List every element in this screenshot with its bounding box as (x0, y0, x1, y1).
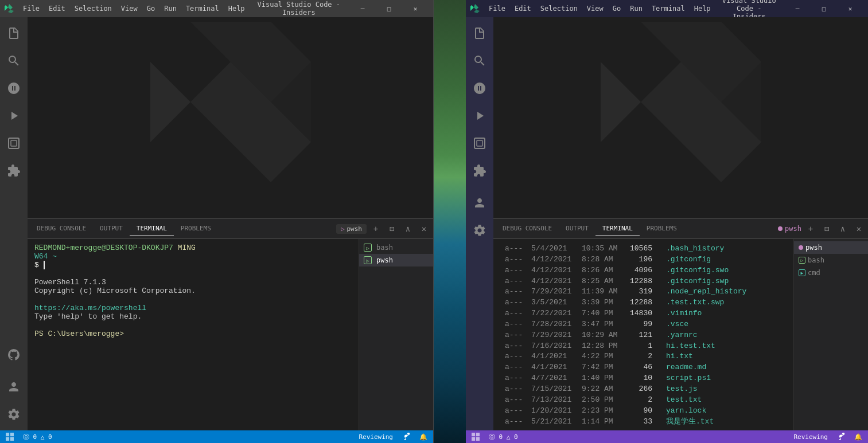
file-name: hi.txt (666, 351, 693, 362)
right-status-remote[interactable] (469, 433, 482, 441)
menu-edit[interactable]: Edit (45, 3, 69, 14)
svg-rect-0 (9, 138, 19, 148)
menu-selection[interactable]: Selection (71, 3, 115, 14)
left-shell-pwsh[interactable]: ▷ pwsh (359, 254, 433, 266)
left-tab-problems[interactable]: PROBLEMS (174, 221, 218, 236)
left-activity-github-icon[interactable] (0, 341, 28, 368)
left-terminal-content[interactable]: REDMOND+merogge@DESKTOP-DKOKJP7 MING W64… (28, 239, 359, 430)
right-terminal-body: a---5/4/202110:35 AM10565 .bash_historya… (493, 239, 868, 430)
right-tab-debug-console[interactable]: DEBUG CONSOLE (496, 221, 559, 236)
right-menu-go[interactable]: Go (609, 3, 624, 14)
right-activity-account-icon[interactable] (466, 189, 493, 217)
file-time: 3:39 PM (582, 297, 619, 308)
right-pwsh-label: pwsh (785, 225, 801, 233)
left-terminal-w64-line: W64 ~ (34, 252, 352, 261)
file-time: 8:26 AM (582, 265, 619, 276)
left-close-button[interactable]: ✕ (402, 0, 429, 17)
right-tab-problems[interactable]: PROBLEMS (640, 221, 684, 236)
right-activity-settings-icon[interactable] (466, 217, 493, 244)
left-tab-terminal[interactable]: TERMINAL (130, 221, 174, 236)
right-status-bell-icon[interactable]: 🔔 (852, 433, 865, 441)
left-terminal-prompt-line: REDMOND+merogge@DESKTOP-DKOKJP7 MING (34, 244, 352, 252)
left-status-remote[interactable] (3, 433, 16, 441)
right-activity-git-icon[interactable] (466, 75, 493, 102)
left-panel-close-button[interactable]: ✕ (417, 222, 431, 236)
left-activity-git-icon[interactable] (0, 75, 28, 102)
file-name: .bash_history (666, 244, 724, 254)
left-tab-output[interactable]: OUTPUT (93, 221, 130, 236)
left-shell-bash[interactable]: ▷ bash (359, 241, 433, 254)
left-activity-remote-icon[interactable] (0, 130, 28, 157)
file-attr: a--- (505, 287, 527, 297)
right-status-errors[interactable]: ⓪ 0 △ 0 (486, 433, 520, 441)
right-menu-help[interactable]: Help (691, 3, 714, 14)
right-menu-selection[interactable]: Selection (537, 3, 581, 14)
right-activity-bar (466, 17, 493, 430)
left-maximize-button[interactable]: □ (376, 0, 402, 17)
right-activity-search-icon[interactable] (466, 47, 493, 75)
menu-run[interactable]: Run (161, 3, 180, 14)
file-time: 10:35 AM (582, 244, 619, 254)
left-terminal-link[interactable]: https://aka.ms/powershell (34, 304, 146, 312)
left-activity-extensions-icon[interactable] (0, 157, 28, 185)
right-shell-cmd[interactable]: ▶ cmd (794, 266, 868, 279)
menu-file[interactable]: File (20, 3, 43, 14)
right-activity-extensions-icon[interactable] (466, 157, 493, 185)
right-menu-file[interactable]: File (485, 3, 509, 14)
menu-go[interactable]: Go (143, 3, 158, 14)
right-activity-files-icon[interactable] (466, 19, 493, 47)
right-minimize-button[interactable]: ─ (784, 0, 811, 17)
file-time: 8:28 AM (582, 254, 619, 265)
left-status-branch-icon[interactable] (400, 433, 412, 441)
left-new-terminal-button[interactable]: + (369, 222, 383, 236)
right-menu-view[interactable]: View (583, 3, 607, 14)
right-tab-output[interactable]: OUTPUT (559, 221, 595, 236)
right-menu-terminal[interactable]: Terminal (648, 3, 688, 14)
right-menu-edit[interactable]: Edit (511, 3, 535, 14)
file-name: test.js (666, 384, 698, 395)
right-tab-terminal[interactable]: TERMINAL (595, 221, 640, 236)
left-activity-files-icon[interactable] (0, 19, 28, 47)
left-terminal-info-line-1: PowerShell 7.1.3 (34, 278, 352, 287)
file-attr: a--- (505, 265, 527, 276)
file-name: script.ps1 (666, 373, 711, 384)
right-menu-run[interactable]: Run (626, 3, 646, 14)
left-status-errors[interactable]: ⓪ 0 △ 0 (21, 433, 55, 441)
right-split-terminal-button[interactable]: ⊟ (820, 222, 834, 236)
left-activity-run-icon[interactable] (0, 102, 28, 130)
right-window-controls: ─ □ ✕ (784, 0, 863, 17)
right-status-git-icon[interactable] (835, 433, 847, 441)
file-name: .node_repl_history (666, 287, 746, 297)
menu-view[interactable]: View (118, 3, 141, 14)
right-maximize-button[interactable]: □ (811, 0, 837, 17)
file-name: .test.txt.swp (666, 297, 724, 308)
left-status-bell-icon[interactable]: 🔔 (417, 433, 430, 441)
right-shell-bash[interactable]: ▷ bash (794, 254, 868, 266)
right-panel-maximize-button[interactable]: ∧ (836, 222, 850, 236)
right-close-button[interactable]: ✕ (837, 0, 863, 17)
left-tab-debug-console[interactable]: DEBUG CONSOLE (30, 221, 93, 236)
left-minimize-button[interactable]: ─ (349, 0, 376, 17)
left-status-reviewing[interactable]: Reviewing (356, 433, 395, 441)
menu-terminal[interactable]: Terminal (182, 3, 223, 14)
file-size: 4096 (624, 265, 652, 276)
left-panel-maximize-button[interactable]: ∧ (401, 222, 415, 236)
left-split-terminal-button[interactable]: ⊟ (385, 222, 399, 236)
left-activity-settings-icon[interactable] (0, 401, 28, 428)
right-activity-remote-icon[interactable] (466, 130, 493, 157)
right-status-reviewing[interactable]: Reviewing (791, 433, 830, 441)
right-activity-run-icon[interactable] (466, 102, 493, 130)
right-new-terminal-button[interactable]: + (804, 222, 818, 236)
right-panel-close-button[interactable]: ✕ (852, 222, 866, 236)
file-time: 10:29 AM (582, 330, 619, 341)
left-window-controls: ─ □ ✕ (349, 0, 429, 17)
file-name: .gitconfig.swp (666, 276, 729, 287)
right-shell-pwsh[interactable]: pwsh (794, 241, 868, 254)
file-listing-row: a---4/12/20218:26 AM4096 .gitconfig.swo (505, 265, 782, 276)
menu-help[interactable]: Help (225, 3, 248, 14)
right-terminal-content[interactable]: a---5/4/202110:35 AM10565 .bash_historya… (493, 239, 793, 430)
left-activity-search-icon[interactable] (0, 47, 28, 75)
file-size: 10565 (624, 244, 652, 254)
left-activity-account-icon[interactable] (0, 373, 28, 401)
left-vscode-logo-icon (5, 4, 14, 13)
